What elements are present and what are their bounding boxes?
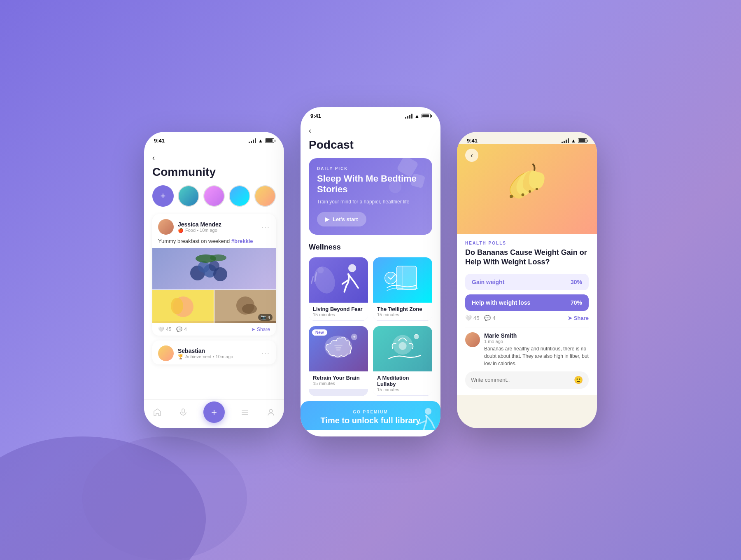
- poll-option-pct-2: 70%: [571, 299, 582, 306]
- poll-option-weight-loss[interactable]: Help with weight loss 70%: [465, 294, 589, 311]
- poll-option-label-1: Gain weight: [472, 279, 504, 285]
- hashtag-brekkie: #brekkie: [231, 238, 253, 244]
- signal-icon-center: [405, 114, 412, 119]
- wellness-card-duration-2: 15 minutes: [377, 312, 428, 317]
- wellness-card-title-3: Retrain Your Brain: [313, 375, 364, 381]
- nav-mic-button[interactable]: [177, 406, 189, 418]
- photo-count: 📷4: [258, 314, 273, 321]
- daily-pick-card: DAILY PICK Sleep With Me Bedtime Stories…: [309, 158, 432, 235]
- wellness-card-duration-1: 15 minutes: [313, 312, 364, 317]
- back-button-right[interactable]: ‹: [465, 149, 478, 162]
- poll-option-gain-weight[interactable]: Gain weight 30%: [465, 274, 589, 290]
- premium-label: GO PREMIUM: [353, 410, 388, 414]
- svg-rect-20: [410, 173, 426, 189]
- premium-banner[interactable]: GO PREMIUM Time to unlock full library: [301, 401, 440, 430]
- wellness-card-title-4: A Meditation Lullaby: [377, 375, 428, 387]
- story-circle-3[interactable]: [229, 185, 250, 207]
- story-circle-4[interactable]: [254, 185, 276, 207]
- post-author-jessica: Jessica Mendez: [178, 221, 221, 228]
- comment-input-row: 🙂: [465, 371, 589, 389]
- banana-hero: ‹: [457, 144, 597, 234]
- status-time-center: 9:41: [310, 113, 321, 119]
- poll-question: Do Bananas Cause Weight Gain or Help Wit…: [465, 248, 589, 267]
- post-card-1: Jessica Mendez 🍎 Food • 10m ago ··· Yumm…: [152, 214, 276, 336]
- post-image-food2: 📷4: [214, 290, 276, 323]
- comment-text: Bananas are healthy and nutritious, ther…: [484, 345, 589, 367]
- like-button-1[interactable]: 🤍45: [158, 327, 171, 332]
- post-image-blueberry: [152, 248, 276, 289]
- poll-option-label-2: Help with weight loss: [472, 299, 530, 306]
- wellness-card-3[interactable]: New Retra: [309, 326, 368, 396]
- svg-point-42: [522, 194, 524, 196]
- wellness-card-title-2: The Twilight Zone: [377, 306, 428, 312]
- post-menu-button-1[interactable]: ···: [261, 223, 270, 231]
- status-bar-center: 9:41 ▲: [301, 107, 440, 119]
- play-icon: ▶: [325, 216, 329, 222]
- svg-point-29: [385, 272, 397, 284]
- post-card-2: Sebastian 🏆 Achievement • 10m ago ···: [152, 341, 276, 364]
- poll-comment-button[interactable]: 💬4: [484, 315, 495, 321]
- post-avatar-jessica: [158, 219, 174, 235]
- comment-button-1[interactable]: 💬4: [176, 327, 187, 332]
- signal-icon-left: [249, 138, 256, 143]
- page-title-podcast: Podcast: [309, 138, 432, 152]
- bottom-nav: +: [144, 399, 284, 428]
- svg-point-44: [536, 188, 538, 190]
- comment-user: Marie Smith 1 mo ago Bananas are healthy…: [465, 332, 589, 367]
- page-title-community: Community: [152, 166, 276, 179]
- poll-share-button[interactable]: ➤Share: [568, 315, 589, 321]
- back-button-left[interactable]: ‹: [152, 150, 276, 166]
- post-author-sebastian: Sebastian: [178, 348, 233, 354]
- svg-point-6: [210, 254, 226, 261]
- post-meta-jessica: 🍎 Food • 10m ago: [178, 228, 221, 233]
- story-circles: +: [152, 185, 276, 207]
- status-bar-right: 9:41 ▲: [457, 132, 597, 144]
- wellness-card-4[interactable]: A Meditation Lullaby 15 minutes: [373, 326, 432, 396]
- svg-point-9: [171, 298, 183, 314]
- wellness-section-title: Wellness: [309, 243, 432, 252]
- phone-podcast: 9:41 ▲ ‹ Podcast: [301, 107, 440, 436]
- story-circle-2[interactable]: [203, 185, 225, 207]
- wifi-icon-right: ▲: [571, 138, 576, 144]
- share-button-1[interactable]: ➤Share: [251, 327, 270, 332]
- comment-input[interactable]: [471, 377, 574, 383]
- post-actions-1: 🤍45 💬4 ➤Share: [152, 323, 276, 336]
- svg-rect-13: [182, 409, 184, 413]
- battery-icon-right: [578, 138, 587, 143]
- wellness-card-2[interactable]: The Twilight Zone 15 minutes: [373, 257, 432, 321]
- nav-list-button[interactable]: [239, 406, 251, 418]
- svg-point-38: [398, 342, 406, 350]
- wellness-grid: Living Beyond Fear 15 minutes: [309, 257, 432, 396]
- premium-title: Time to unlock full library: [320, 416, 420, 425]
- emoji-button[interactable]: 🙂: [574, 376, 583, 385]
- back-button-center[interactable]: ‹: [309, 123, 432, 138]
- wifi-icon-center: ▲: [415, 113, 419, 119]
- phones-container: 9:41 ▲ ‹ Community +: [144, 124, 597, 436]
- post-image-food1: [152, 290, 214, 323]
- status-time-left: 9:41: [154, 138, 165, 144]
- poll-like-button[interactable]: 🤍45: [465, 315, 479, 321]
- status-bar-left: 9:41 ▲: [144, 132, 284, 144]
- comment-section: Marie Smith 1 mo ago Bananas are healthy…: [465, 327, 589, 389]
- comment-author: Marie Smith: [484, 332, 517, 339]
- signal-icon-right: [562, 138, 569, 143]
- play-button[interactable]: ▶ Let's start: [317, 212, 366, 226]
- nav-profile-button[interactable]: [265, 406, 277, 418]
- post-menu-button-2[interactable]: ···: [261, 349, 270, 358]
- add-story-button[interactable]: +: [152, 185, 174, 207]
- post-text-1: Yummy breakfast on weekend #brekkie: [152, 238, 276, 248]
- svg-point-21: [389, 181, 401, 193]
- svg-point-41: [510, 195, 513, 198]
- battery-icon-left: [265, 138, 274, 143]
- svg-rect-16: [242, 412, 248, 413]
- svg-rect-17: [242, 414, 248, 415]
- wellness-card-1[interactable]: Living Beyond Fear 15 minutes: [309, 257, 368, 321]
- story-circle-1[interactable]: [178, 185, 199, 207]
- svg-point-18: [269, 409, 273, 413]
- poll-option-pct-1: 30%: [571, 279, 582, 285]
- nav-home-button[interactable]: [151, 406, 163, 418]
- nav-plus-button[interactable]: +: [203, 401, 225, 423]
- poll-actions: 🤍45 💬4 ➤Share: [465, 315, 589, 321]
- new-badge-3: New: [312, 329, 327, 336]
- health-polls-label: HEALTH POLLS: [465, 241, 589, 245]
